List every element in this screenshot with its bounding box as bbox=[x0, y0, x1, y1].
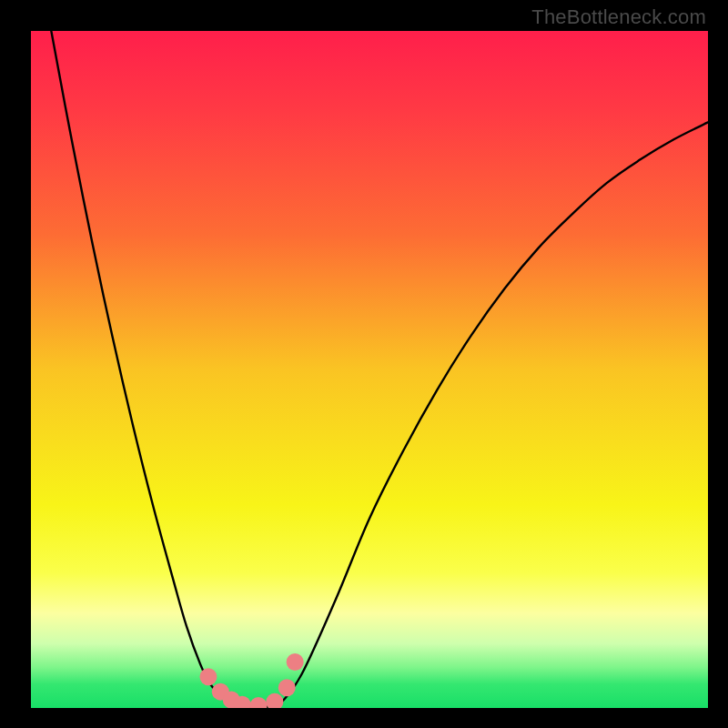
marker-group bbox=[199, 653, 303, 708]
curve-layer bbox=[31, 31, 708, 708]
plot-area bbox=[31, 31, 708, 708]
marker-dot bbox=[287, 653, 304, 671]
marker-dot bbox=[249, 697, 267, 708]
bottleneck-curve bbox=[51, 31, 708, 707]
marker-dot bbox=[266, 693, 283, 708]
watermark-text: TheBottleneck.com bbox=[531, 5, 706, 29]
marker-dot bbox=[199, 668, 217, 685]
marker-dot bbox=[278, 679, 296, 696]
figure-root: TheBottleneck.com bbox=[0, 0, 728, 728]
